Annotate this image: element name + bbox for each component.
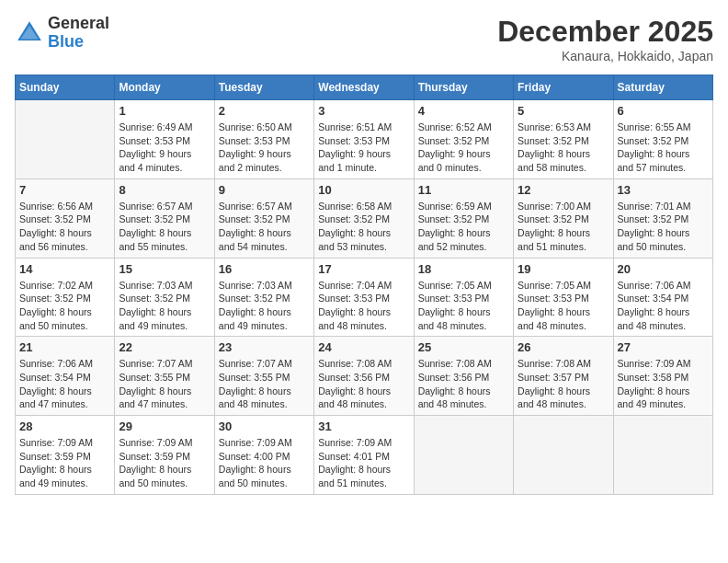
day-number: 8 xyxy=(119,183,210,197)
month-title: December 2025 xyxy=(497,15,713,49)
day-info: Sunrise: 7:04 AMSunset: 3:53 PMDaylight:… xyxy=(318,279,409,333)
day-info: Sunrise: 7:09 AMSunset: 3:59 PMDaylight:… xyxy=(119,436,210,490)
day-info: Sunrise: 7:08 AMSunset: 3:56 PMDaylight:… xyxy=(418,357,509,411)
day-info: Sunrise: 7:03 AMSunset: 3:52 PMDaylight:… xyxy=(119,279,210,333)
calendar-header-cell: Saturday xyxy=(613,75,712,100)
calendar-cell: 16Sunrise: 7:03 AMSunset: 3:52 PMDayligh… xyxy=(214,258,313,337)
calendar-cell: 8Sunrise: 6:57 AMSunset: 3:52 PMDaylight… xyxy=(115,178,214,258)
calendar-week-row: 1Sunrise: 6:49 AMSunset: 3:53 PMDaylight… xyxy=(16,100,713,179)
day-number: 13 xyxy=(618,183,709,197)
calendar-cell xyxy=(16,100,115,179)
calendar-header-cell: Thursday xyxy=(414,75,513,100)
day-info: Sunrise: 7:09 AMSunset: 3:59 PMDaylight:… xyxy=(19,436,110,490)
day-info: Sunrise: 6:59 AMSunset: 3:52 PMDaylight:… xyxy=(418,200,509,254)
calendar-cell: 21Sunrise: 7:06 AMSunset: 3:54 PMDayligh… xyxy=(16,337,115,416)
calendar-cell: 5Sunrise: 6:53 AMSunset: 3:52 PMDaylight… xyxy=(514,100,613,179)
calendar-header-row: SundayMondayTuesdayWednesdayThursdayFrid… xyxy=(16,75,713,100)
calendar-cell: 27Sunrise: 7:09 AMSunset: 3:58 PMDayligh… xyxy=(613,337,712,416)
calendar-cell: 13Sunrise: 7:01 AMSunset: 3:52 PMDayligh… xyxy=(613,178,712,258)
calendar-cell: 11Sunrise: 6:59 AMSunset: 3:52 PMDayligh… xyxy=(414,178,513,258)
calendar-cell: 26Sunrise: 7:08 AMSunset: 3:57 PMDayligh… xyxy=(514,337,613,416)
calendar-cell: 29Sunrise: 7:09 AMSunset: 3:59 PMDayligh… xyxy=(115,416,214,495)
day-info: Sunrise: 6:57 AMSunset: 3:52 PMDaylight:… xyxy=(219,200,310,254)
day-number: 17 xyxy=(318,262,409,276)
day-number: 20 xyxy=(618,262,709,276)
calendar-cell: 7Sunrise: 6:56 AMSunset: 3:52 PMDaylight… xyxy=(16,178,115,258)
calendar-cell: 9Sunrise: 6:57 AMSunset: 3:52 PMDaylight… xyxy=(214,178,313,258)
calendar-cell xyxy=(613,416,712,495)
day-info: Sunrise: 6:55 AMSunset: 3:52 PMDaylight:… xyxy=(618,121,709,175)
day-number: 18 xyxy=(418,262,509,276)
day-number: 29 xyxy=(119,419,210,433)
calendar-cell: 18Sunrise: 7:05 AMSunset: 3:53 PMDayligh… xyxy=(414,258,513,337)
page-header: General Blue December 2025 Kanaura, Hokk… xyxy=(15,15,713,63)
day-number: 6 xyxy=(618,104,709,118)
day-info: Sunrise: 6:58 AMSunset: 3:52 PMDaylight:… xyxy=(318,200,409,254)
calendar-header-cell: Monday xyxy=(115,75,214,100)
calendar-week-row: 28Sunrise: 7:09 AMSunset: 3:59 PMDayligh… xyxy=(16,416,713,495)
calendar-table: SundayMondayTuesdayWednesdayThursdayFrid… xyxy=(15,75,713,495)
day-number: 5 xyxy=(518,104,609,118)
calendar-header-cell: Tuesday xyxy=(214,75,313,100)
calendar-cell: 17Sunrise: 7:04 AMSunset: 3:53 PMDayligh… xyxy=(314,258,414,337)
location: Kanaura, Hokkaido, Japan xyxy=(497,49,713,63)
calendar-cell: 15Sunrise: 7:03 AMSunset: 3:52 PMDayligh… xyxy=(115,258,214,337)
calendar-cell: 19Sunrise: 7:05 AMSunset: 3:53 PMDayligh… xyxy=(514,258,613,337)
calendar-cell xyxy=(414,416,513,495)
day-info: Sunrise: 6:52 AMSunset: 3:52 PMDaylight:… xyxy=(418,121,509,175)
calendar-week-row: 14Sunrise: 7:02 AMSunset: 3:52 PMDayligh… xyxy=(16,258,713,337)
title-block: December 2025 Kanaura, Hokkaido, Japan xyxy=(497,15,713,63)
day-number: 7 xyxy=(19,183,110,197)
day-number: 1 xyxy=(119,104,210,118)
calendar-cell: 31Sunrise: 7:09 AMSunset: 4:01 PMDayligh… xyxy=(314,416,414,495)
day-info: Sunrise: 6:57 AMSunset: 3:52 PMDaylight:… xyxy=(119,200,210,254)
logo-icon xyxy=(15,18,44,48)
calendar-cell: 28Sunrise: 7:09 AMSunset: 3:59 PMDayligh… xyxy=(16,416,115,495)
day-info: Sunrise: 6:56 AMSunset: 3:52 PMDaylight:… xyxy=(19,200,110,254)
calendar-cell: 20Sunrise: 7:06 AMSunset: 3:54 PMDayligh… xyxy=(613,258,712,337)
calendar-header-cell: Sunday xyxy=(16,75,115,100)
calendar-week-row: 7Sunrise: 6:56 AMSunset: 3:52 PMDaylight… xyxy=(16,178,713,258)
day-info: Sunrise: 7:05 AMSunset: 3:53 PMDaylight:… xyxy=(418,279,509,333)
calendar-cell: 14Sunrise: 7:02 AMSunset: 3:52 PMDayligh… xyxy=(16,258,115,337)
day-number: 19 xyxy=(518,262,609,276)
day-info: Sunrise: 7:02 AMSunset: 3:52 PMDaylight:… xyxy=(19,279,110,333)
day-number: 10 xyxy=(318,183,409,197)
day-number: 27 xyxy=(618,340,709,354)
calendar-cell: 24Sunrise: 7:08 AMSunset: 3:56 PMDayligh… xyxy=(314,337,414,416)
calendar-cell: 10Sunrise: 6:58 AMSunset: 3:52 PMDayligh… xyxy=(314,178,414,258)
day-number: 12 xyxy=(518,183,609,197)
logo-blue: Blue xyxy=(48,33,109,52)
calendar-week-row: 21Sunrise: 7:06 AMSunset: 3:54 PMDayligh… xyxy=(16,337,713,416)
day-number: 15 xyxy=(119,262,210,276)
day-number: 23 xyxy=(219,340,310,354)
day-info: Sunrise: 7:03 AMSunset: 3:52 PMDaylight:… xyxy=(219,279,310,333)
day-info: Sunrise: 7:00 AMSunset: 3:52 PMDaylight:… xyxy=(518,200,609,254)
calendar-cell xyxy=(514,416,613,495)
day-number: 26 xyxy=(518,340,609,354)
day-number: 24 xyxy=(318,340,409,354)
day-info: Sunrise: 6:50 AMSunset: 3:53 PMDaylight:… xyxy=(219,121,310,175)
calendar-header-cell: Wednesday xyxy=(314,75,414,100)
calendar-cell: 22Sunrise: 7:07 AMSunset: 3:55 PMDayligh… xyxy=(115,337,214,416)
day-info: Sunrise: 6:53 AMSunset: 3:52 PMDaylight:… xyxy=(518,121,609,175)
day-info: Sunrise: 6:51 AMSunset: 3:53 PMDaylight:… xyxy=(318,121,409,175)
calendar-cell: 12Sunrise: 7:00 AMSunset: 3:52 PMDayligh… xyxy=(514,178,613,258)
day-info: Sunrise: 7:05 AMSunset: 3:53 PMDaylight:… xyxy=(518,279,609,333)
day-number: 11 xyxy=(418,183,509,197)
calendar-cell: 4Sunrise: 6:52 AMSunset: 3:52 PMDaylight… xyxy=(414,100,513,179)
day-info: Sunrise: 7:09 AMSunset: 3:58 PMDaylight:… xyxy=(618,357,709,411)
day-info: Sunrise: 7:07 AMSunset: 3:55 PMDaylight:… xyxy=(219,357,310,411)
calendar-cell: 30Sunrise: 7:09 AMSunset: 4:00 PMDayligh… xyxy=(214,416,313,495)
day-number: 14 xyxy=(19,262,110,276)
calendar-cell: 1Sunrise: 6:49 AMSunset: 3:53 PMDaylight… xyxy=(115,100,214,179)
calendar-cell: 25Sunrise: 7:08 AMSunset: 3:56 PMDayligh… xyxy=(414,337,513,416)
day-number: 25 xyxy=(418,340,509,354)
calendar-cell: 3Sunrise: 6:51 AMSunset: 3:53 PMDaylight… xyxy=(314,100,414,179)
day-number: 21 xyxy=(19,340,110,354)
calendar-cell: 23Sunrise: 7:07 AMSunset: 3:55 PMDayligh… xyxy=(214,337,313,416)
day-info: Sunrise: 7:06 AMSunset: 3:54 PMDaylight:… xyxy=(19,357,110,411)
day-info: Sunrise: 7:07 AMSunset: 3:55 PMDaylight:… xyxy=(119,357,210,411)
day-number: 28 xyxy=(19,419,110,433)
day-number: 31 xyxy=(318,419,409,433)
